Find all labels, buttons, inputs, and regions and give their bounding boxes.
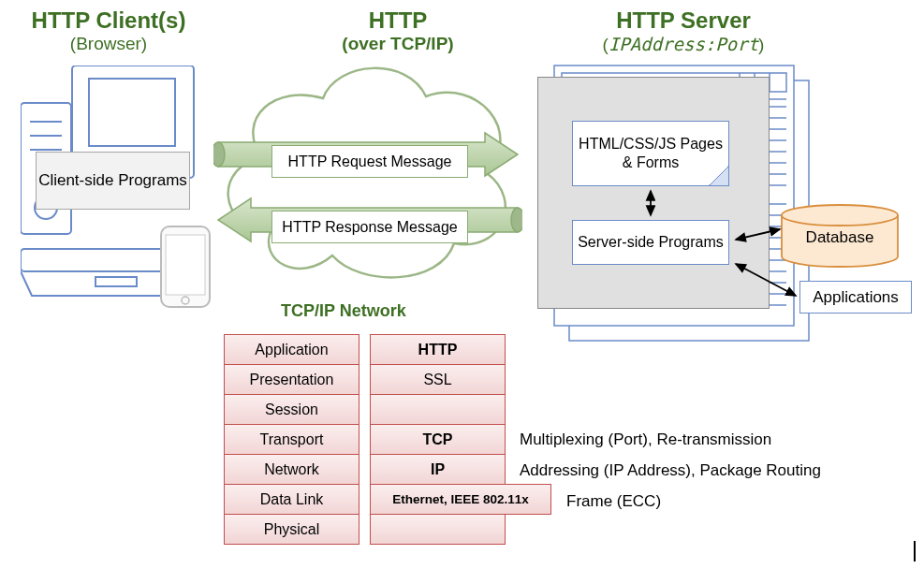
proto-empty-physical (370, 514, 506, 545)
proto-ssl: SSL (370, 364, 506, 395)
client-subtitle: (Browser) (15, 34, 202, 54)
layer-network: Network (224, 454, 359, 485)
svg-point-15 (511, 208, 522, 232)
server-title: HTTP Server (566, 7, 800, 34)
osi-layers-column: Application Presentation Session Transpo… (224, 335, 359, 545)
proto-empty-session (370, 394, 506, 425)
annotation-network: Addressing (IP Address), Package Routing (520, 461, 821, 480)
layer-transport: Transport (224, 424, 359, 455)
proto-tcp: TCP (370, 424, 506, 455)
proto-ethernet: Ethernet, IEEE 802.11x (370, 484, 551, 515)
pages-box: HTML/CSS/JS Pages & Forms (572, 121, 729, 186)
client-title: HTTP Client(s) (15, 7, 202, 34)
client-programs-box: Client-side Programs (36, 152, 190, 210)
layer-application: Application (224, 334, 359, 365)
svg-point-14 (213, 142, 225, 167)
svg-rect-1 (89, 79, 175, 146)
svg-line-44 (736, 264, 796, 296)
tcpip-title: TCP/IP Network (281, 301, 406, 321)
phone-icon (159, 225, 212, 313)
proto-ip: IP (370, 454, 506, 485)
http-title: HTTP (304, 7, 491, 34)
connector-ssp-apps-icon (730, 258, 805, 301)
response-message-box: HTTP Response Message (271, 211, 468, 243)
text-cursor-icon (914, 541, 916, 562)
http-header: HTTP (over TCP/IP) (304, 7, 491, 54)
svg-rect-10 (95, 277, 137, 286)
layer-presentation: Presentation (224, 364, 359, 395)
proto-http: HTTP (370, 334, 506, 365)
server-subtitle: (IPAddress:Port) (566, 34, 800, 55)
layer-session: Session (224, 394, 359, 425)
connector-pages-ssp-icon (644, 187, 657, 221)
request-message-box: HTTP Request Message (271, 145, 468, 178)
applications-box: Applications (799, 281, 912, 314)
protocols-column: HTTP SSL TCP IP Ethernet, IEEE 802.11x (370, 335, 506, 545)
annotation-transport: Multiplexing (Port), Re-transmission (520, 430, 771, 449)
layer-datalink: Data Link (224, 484, 359, 515)
client-header: HTTP Client(s) (Browser) (15, 7, 202, 54)
server-header: HTTP Server (IPAddress:Port) (566, 7, 800, 55)
database-label: Database (779, 228, 901, 247)
connector-ssp-db-icon (730, 225, 788, 245)
svg-line-43 (736, 229, 780, 240)
svg-rect-12 (166, 235, 205, 295)
server-programs-box: Server-side Programs (572, 220, 729, 265)
layer-physical: Physical (224, 514, 359, 545)
annotation-datalink: Frame (ECC) (566, 492, 661, 511)
